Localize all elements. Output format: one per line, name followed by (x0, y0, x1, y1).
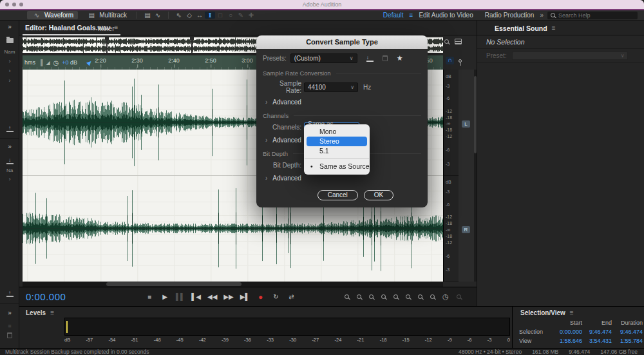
selection-view-menu-icon[interactable]: ≡ (570, 309, 574, 316)
favorites-panel-expand-icon[interactable]: » (0, 143, 19, 150)
slip-tool-icon[interactable]: ↔ (194, 12, 205, 19)
file-row-chevron-icon[interactable]: › (0, 68, 19, 74)
zoom-selection-button[interactable] (430, 294, 435, 299)
spectral-display-icon[interactable]: ▤ (142, 12, 153, 19)
editor-panel-menu-icon[interactable]: ≡ (114, 24, 118, 31)
import-files-button[interactable]: ↓ (0, 156, 19, 164)
workspace-edit-audio-to-video[interactable]: Edit Audio to Video (419, 12, 473, 19)
zoom-out-point-button[interactable] (418, 294, 422, 299)
presets-dropdown[interactable]: (Custom) ∨ (290, 53, 357, 63)
bit-depth-advanced-toggle[interactable]: › Advanced (265, 175, 421, 182)
zoom-reset-button[interactable] (393, 294, 398, 299)
lasso-selection-tool-icon[interactable]: ○ (225, 12, 236, 19)
multitrack-view-button[interactable]: ▤ Multitrack (82, 11, 131, 19)
favorite-preset-icon[interactable]: ★ (397, 54, 403, 62)
dialog-title[interactable]: Convert Sample Type (256, 35, 428, 49)
sample-rate-dropdown[interactable]: 44100 ∨ (304, 82, 358, 92)
essential-sound-panel: No Selection Preset: ∨ (477, 35, 644, 306)
menu-item-same-as-source[interactable]: • Same as Source (304, 162, 370, 171)
ok-button[interactable]: OK (364, 190, 393, 200)
horizontal-scrollbar[interactable] (23, 282, 443, 287)
stop-button[interactable]: ■ (145, 293, 154, 300)
essential-sound-menu-icon[interactable]: ≡ (552, 24, 556, 32)
clock-icon[interactable]: ◷ (53, 59, 59, 66)
loop-playback-button[interactable]: ↻ (272, 293, 281, 300)
marquee-selection-tool-icon[interactable]: □ (215, 12, 225, 19)
zoom-in-button[interactable] (345, 294, 349, 299)
paintbrush-tool-icon[interactable]: ✎ (236, 12, 246, 19)
spot-healing-tool-icon[interactable]: ✚ (246, 12, 256, 19)
cancel-button[interactable]: Cancel (317, 190, 358, 200)
menu-item-mono[interactable]: Mono (304, 127, 370, 137)
view-duration[interactable]: 1:55.784 (612, 338, 643, 344)
workspace-overflow-icon[interactable]: » (540, 12, 544, 19)
gain-value[interactable]: +0 (62, 59, 68, 66)
status-free-space: 147.06 GB free (600, 349, 638, 355)
view-end[interactable]: 3:54.431 (582, 338, 612, 344)
selection-view-panel: Selection/View ≡ Start End Duration Sele… (512, 307, 644, 349)
files-panel-icon[interactable] (0, 37, 19, 44)
tab-essential-sound[interactable]: Essential Sound ≡ (495, 21, 556, 35)
selection-start[interactable]: 0:00.000 (549, 329, 582, 335)
waveform-display-icon[interactable]: ∿ (153, 12, 163, 19)
selection-duration[interactable]: 9:46.474 (612, 329, 643, 335)
waveform-view-button[interactable]: ∿ Waveform (27, 11, 78, 19)
pause-button[interactable]: ▌▌ (176, 293, 185, 300)
adobe-audition-window: Adobe Audition ∿ Waveform ▤ Multitrack ▤… (0, 0, 644, 355)
zoom-out-button[interactable] (357, 294, 361, 299)
play-button[interactable]: ▶ (160, 293, 169, 300)
rewind-button[interactable]: ◀◀ (207, 293, 217, 300)
zoom-history-icon[interactable]: ◷ (442, 293, 449, 301)
levels-menu-icon[interactable]: ≡ (50, 309, 54, 316)
mixer-controls-button[interactable]: ≡ (0, 322, 19, 329)
workspace-default[interactable]: Default (383, 12, 404, 19)
monitor-headphone-icon[interactable]: ∩ (446, 57, 454, 64)
status-bar: Multitrack Session Backup save completed… (0, 348, 644, 355)
zoom-fit-icon[interactable] (444, 39, 449, 44)
selection-end[interactable]: 9:46.474 (582, 329, 612, 335)
playhead-arrow-icon[interactable]: ▶ (86, 59, 93, 66)
view-start[interactable]: 1:58.646 (549, 338, 582, 344)
record-button[interactable]: ● (256, 293, 265, 302)
time-selection-tool-icon[interactable]: I (205, 12, 215, 19)
skip-selection-button[interactable]: ⇄ (287, 293, 296, 300)
export-files-button[interactable]: ↑ (0, 124, 19, 132)
menu-item-stereo[interactable]: Stereo (307, 137, 367, 146)
delete-button[interactable] (0, 332, 19, 340)
tab-mixer[interactable]: Mixer (98, 21, 115, 35)
skip-to-end-button[interactable]: ▶▌ (240, 293, 250, 300)
fast-forward-button[interactable]: ▶▶ (223, 293, 233, 300)
panel-layout-icon[interactable] (455, 39, 462, 44)
fade-icon[interactable]: ◢ (46, 60, 50, 66)
export-icon: ↑ (6, 126, 14, 132)
time-tick: 2:20 (95, 57, 106, 64)
levels-panel-expand-icon[interactable]: » (0, 309, 19, 316)
row-label: View (515, 338, 549, 344)
preset-dropdown[interactable]: ∨ (512, 52, 628, 60)
pin-marker-icon[interactable] (459, 59, 462, 62)
skip-to-start-button[interactable]: ▌◀ (191, 293, 201, 300)
left-channel-badge[interactable]: L (462, 120, 470, 128)
search-input[interactable] (558, 12, 629, 19)
right-channel-badge[interactable]: R (462, 226, 470, 233)
waveform-icon: ∿ (32, 12, 42, 19)
zoom-out-amplitude-button[interactable] (381, 294, 386, 299)
levels-title: Levels (26, 309, 46, 316)
move-tool-icon[interactable]: ⇖ (174, 12, 184, 19)
sample-rate-advanced-toggle[interactable]: › Advanced (265, 99, 421, 106)
favorites-row-chevron-icon[interactable]: › (0, 176, 19, 182)
zoom-in-amplitude-button[interactable] (369, 294, 374, 299)
search-help-box[interactable] (547, 12, 638, 19)
zoom-in-point-button[interactable] (406, 294, 410, 299)
razor-tool-icon[interactable]: ◇ (184, 12, 194, 19)
workspace-radio-production[interactable]: Radio Production (485, 12, 535, 19)
save-preset-icon[interactable]: ↓ (366, 55, 374, 62)
file-row-chevron-icon[interactable]: › (0, 58, 19, 64)
files-panel-expand-icon[interactable]: » (0, 23, 19, 30)
export-session-button[interactable]: ↑ (0, 289, 19, 297)
menu-item-5-1[interactable]: 5.1 (304, 146, 370, 156)
hud-drag-handle[interactable]: ▐ (39, 59, 43, 66)
file-row-chevron-icon[interactable]: › (0, 77, 19, 84)
workspace-menu-icon[interactable]: ≡ (410, 12, 413, 19)
playhead-time[interactable]: 0:00.000 (26, 291, 66, 302)
